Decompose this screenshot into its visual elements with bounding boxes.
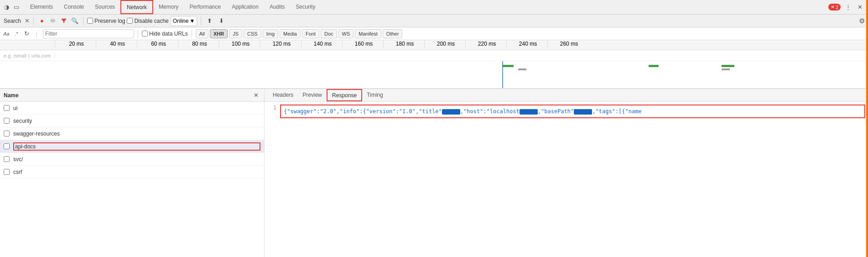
separator-4 [138, 30, 138, 38]
filter-manifest[interactable]: Manifest [355, 29, 381, 38]
row-swagger-resources-name: swagger-resources [13, 131, 260, 137]
error-badge: ✕ 2 [828, 4, 841, 10]
json-host: ,"host":"localhost [460, 108, 520, 115]
disable-cache-checkbox[interactable] [127, 18, 133, 24]
separator-2 [83, 17, 83, 25]
json-open-brace: {"swagger":"2.0","info":{"version":"1.0"… [284, 108, 442, 115]
timeline-filter-info: e.g. /small | urla.com [2, 53, 55, 58]
inspect-icon[interactable]: ◑ [2, 3, 11, 12]
row-security[interactable]: security [0, 115, 264, 127]
json-tags: ,"tags":[{"name [592, 108, 641, 115]
hide-data-urls-checkbox[interactable] [142, 31, 148, 37]
json-title-blur [442, 109, 460, 115]
device-icon[interactable]: ▭ [12, 3, 21, 12]
filter-media[interactable]: Media [280, 29, 301, 38]
slash-separator: | [28, 53, 30, 58]
row-csrf-checkbox[interactable] [4, 169, 10, 175]
devtools-icons-right: ✕ 2 ⋮ ✕ [828, 3, 866, 12]
filter-mode-icons: Aa .* ↻ | [2, 29, 41, 38]
tab-headers[interactable]: Headers [268, 89, 298, 101]
filter-icon[interactable] [59, 16, 68, 26]
row-swagger-resources[interactable]: swagger-resources [0, 127, 264, 140]
filter-img[interactable]: Img [263, 29, 278, 38]
filter-all[interactable]: All [196, 29, 208, 38]
row-svc-checkbox[interactable] [4, 156, 10, 162]
tick-100ms: 100 ms [219, 40, 260, 47]
row-ui[interactable]: ui [0, 102, 264, 115]
tab-audits[interactable]: Audits [264, 0, 290, 14]
row-api-docs[interactable]: api-docs [0, 140, 264, 153]
close-left-panel-icon[interactable]: ✕ [251, 91, 260, 100]
filter-xhr[interactable]: XHR [210, 29, 228, 38]
filter-type-buttons: All XHR JS CSS Img Media Font Doc WS Man… [196, 29, 403, 38]
row-ui-checkbox[interactable] [4, 105, 10, 111]
row-svc[interactable]: svc/ [0, 153, 264, 166]
search-icon[interactable]: 🔍 [70, 16, 79, 26]
response-json-content: {"swagger":"2.0","info":{"version":"1.0"… [280, 105, 865, 118]
row-ui-name: ui [13, 105, 260, 111]
error-icon: ✕ [831, 4, 835, 10]
tab-timing[interactable]: Timing [362, 89, 388, 101]
record-icon[interactable]: ● [37, 16, 47, 26]
filter-css[interactable]: CSS [244, 29, 261, 38]
tab-sources[interactable]: Sources [89, 0, 120, 14]
response-line-1: 1 {"swagger":"2.0","info":{"version":"1.… [267, 105, 865, 118]
row-csrf-name: csrf [13, 169, 260, 175]
tab-security[interactable]: Security [290, 0, 321, 14]
chevron-down-icon: ▼ [189, 18, 195, 24]
left-panel: Name ✕ ui security swagger-resources api… [0, 89, 265, 257]
tick-260ms: 260 ms [547, 40, 588, 47]
right-edge-indicator [866, 0, 868, 257]
row-api-docs-checkbox[interactable] [4, 143, 10, 149]
small-text-filter: e.g. /small [4, 53, 26, 58]
tick-220ms: 220 ms [465, 40, 506, 47]
close-devtools-icon[interactable]: ✕ [855, 3, 864, 12]
throttle-select[interactable]: Online ▼ [171, 16, 198, 26]
name-column-header: Name [4, 92, 19, 99]
preserve-log-checkbox[interactable] [87, 18, 93, 24]
filter-ws[interactable]: WS [338, 29, 354, 38]
download-icon[interactable]: ⬇ [217, 16, 226, 26]
tick-120ms: 120 ms [260, 40, 301, 47]
preserve-log-label[interactable]: Preserve log [87, 18, 125, 24]
main-content: Name ✕ ui security swagger-resources api… [0, 89, 868, 257]
tab-elements[interactable]: Elements [25, 0, 58, 14]
tab-console[interactable]: Console [58, 0, 89, 14]
regex-aa-icon[interactable]: Aa [2, 29, 11, 38]
row-security-checkbox[interactable] [4, 118, 10, 124]
tab-memory[interactable]: Memory [153, 0, 184, 14]
row-csrf[interactable]: csrf [0, 166, 264, 178]
devtools-tab-bar: ◑ ▭ Elements Console Sources Network Mem… [0, 0, 868, 15]
line-number-1: 1 [267, 105, 276, 111]
row-swagger-resources-checkbox[interactable] [4, 131, 10, 136]
search-close-icon[interactable]: ✕ [25, 17, 30, 24]
tick-240ms: 240 ms [506, 40, 547, 47]
timeline-header: 20 ms 40 ms 60 ms 80 ms 100 ms 120 ms 14… [0, 40, 868, 50]
clear-icon[interactable]: ♾ [48, 16, 57, 26]
disable-cache-label[interactable]: Disable cache [127, 18, 168, 24]
response-content: 1 {"swagger":"2.0","info":{"version":"1.… [265, 102, 868, 257]
regex-dot-star-icon[interactable]: .* [12, 29, 21, 38]
tab-preview[interactable]: Preview [298, 89, 327, 101]
filter-font[interactable]: Font [302, 29, 319, 38]
tick-80ms: 80 ms [178, 40, 219, 47]
upload-icon[interactable]: ⬆ [205, 16, 214, 26]
more-options-icon[interactable]: ⋮ [843, 3, 852, 12]
tick-140ms: 140 ms [301, 40, 342, 47]
filter-refresh-icon[interactable]: ↻ [22, 29, 31, 38]
filter-other[interactable]: Other [383, 29, 403, 38]
filter-input[interactable] [43, 29, 134, 38]
settings-icon[interactable]: ⚙ [857, 16, 866, 26]
row-api-docs-name: api-docs [13, 142, 260, 151]
tab-response[interactable]: Response [327, 89, 362, 101]
filter-doc[interactable]: Doc [321, 29, 337, 38]
row-svc-name: svc/ [13, 156, 260, 163]
tab-application[interactable]: Application [226, 0, 264, 14]
filter-js[interactable]: JS [229, 29, 242, 38]
network-toolbar: Search ✕ ● ♾ 🔍 Preserve log Disable cach… [0, 15, 868, 27]
tab-performance[interactable]: Performance [184, 0, 226, 14]
chart-bar-gray-2 [722, 68, 730, 70]
hide-data-urls-label[interactable]: Hide data URLs [142, 31, 188, 37]
tick-160ms: 160 ms [342, 40, 383, 47]
tab-network[interactable]: Network [120, 0, 153, 14]
